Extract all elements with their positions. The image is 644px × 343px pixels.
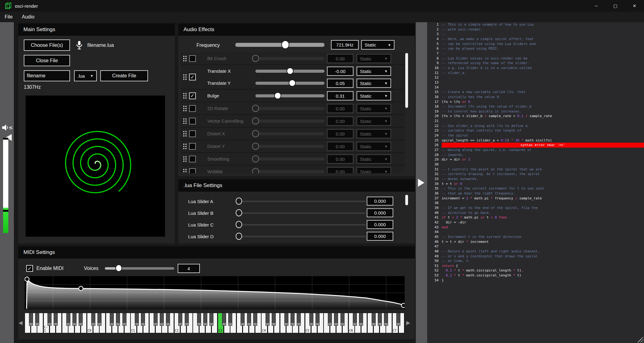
effect-slider-thumb[interactable] bbox=[252, 155, 259, 162]
black-key[interactable] bbox=[378, 313, 382, 326]
effect-enable-checkbox[interactable]: ✓ bbox=[189, 74, 196, 80]
black-key[interactable] bbox=[122, 313, 126, 326]
effect-mode-dropdown[interactable]: Static▼ bbox=[357, 116, 391, 126]
black-key[interactable] bbox=[110, 313, 114, 326]
microphone-icon[interactable] bbox=[76, 41, 82, 50]
lua-slider-thumb[interactable] bbox=[236, 198, 242, 205]
effect-slider-thumb[interactable] bbox=[252, 168, 259, 173]
black-key[interactable] bbox=[47, 313, 52, 326]
effect-enable-checkbox[interactable] bbox=[189, 143, 196, 150]
effect-mode-dropdown[interactable]: Static▼ bbox=[357, 67, 391, 76]
black-key[interactable] bbox=[97, 313, 101, 326]
drag-handle-icon[interactable] bbox=[183, 118, 187, 124]
lua-slider-value[interactable]: 0.000 bbox=[367, 220, 393, 229]
black-key[interactable] bbox=[309, 313, 313, 326]
drag-handle-icon[interactable] bbox=[183, 156, 187, 162]
play-button[interactable] bbox=[418, 179, 424, 187]
effect-mode-dropdown[interactable]: Static▼ bbox=[357, 104, 391, 113]
effect-slider-thumb[interactable] bbox=[252, 130, 259, 137]
extension-dropdown[interactable]: .lua ▼ bbox=[74, 70, 97, 81]
effect-mode-dropdown[interactable]: Static▼ bbox=[357, 79, 391, 88]
effect-slider-thumb[interactable] bbox=[252, 105, 259, 112]
drag-handle-icon[interactable] bbox=[183, 56, 187, 61]
effect-slider-thumb[interactable] bbox=[289, 80, 296, 87]
black-key[interactable] bbox=[247, 313, 251, 326]
filename-input[interactable]: filename bbox=[24, 70, 70, 81]
black-key[interactable] bbox=[203, 313, 207, 326]
effect-slider-track[interactable] bbox=[255, 94, 324, 97]
black-key[interactable] bbox=[284, 313, 288, 326]
effect-mode-dropdown[interactable]: Static▼ bbox=[357, 142, 391, 151]
lua-slider-track[interactable] bbox=[240, 201, 366, 202]
black-key[interactable] bbox=[266, 313, 270, 326]
effect-slider-track[interactable] bbox=[255, 57, 324, 60]
frequency-slider-thumb[interactable] bbox=[281, 40, 289, 49]
black-key[interactable] bbox=[272, 313, 276, 326]
lua-slider-thumb[interactable] bbox=[236, 221, 242, 228]
effect-mode-dropdown[interactable]: Static▼ bbox=[357, 167, 391, 173]
menu-audio[interactable]: Audio bbox=[17, 12, 39, 22]
menu-file[interactable]: File bbox=[0, 12, 17, 22]
keyboard-scroll-left[interactable]: ◀ bbox=[19, 320, 23, 326]
minimize-button[interactable]: ─ bbox=[587, 0, 606, 12]
black-key[interactable] bbox=[209, 313, 213, 326]
lua-slider-track[interactable] bbox=[240, 212, 366, 214]
choose-files-button[interactable]: Choose File(s) bbox=[24, 39, 70, 51]
black-key[interactable] bbox=[178, 313, 182, 326]
effect-slider-track[interactable] bbox=[255, 170, 324, 173]
drag-handle-icon[interactable] bbox=[183, 144, 187, 149]
create-file-button[interactable]: Create File bbox=[100, 70, 148, 81]
black-key[interactable] bbox=[154, 313, 158, 326]
effect-value[interactable]: 0.00 bbox=[327, 129, 353, 138]
black-key[interactable] bbox=[166, 313, 170, 326]
effect-enable-checkbox[interactable] bbox=[189, 168, 196, 174]
black-key[interactable] bbox=[160, 313, 164, 326]
effect-value[interactable]: 0.00 bbox=[327, 154, 353, 164]
black-key[interactable] bbox=[384, 313, 388, 326]
black-key[interactable] bbox=[228, 313, 232, 326]
frequency-mode-dropdown[interactable]: Static ▼ bbox=[361, 40, 394, 50]
black-key[interactable] bbox=[353, 313, 357, 326]
black-key[interactable] bbox=[35, 313, 39, 326]
effect-enable-checkbox[interactable] bbox=[189, 105, 196, 112]
black-key[interactable] bbox=[185, 313, 189, 326]
effect-slider-thumb[interactable] bbox=[287, 67, 294, 75]
effect-value[interactable]: 0.00 bbox=[327, 167, 353, 173]
voices-slider-thumb[interactable] bbox=[115, 264, 122, 272]
lua-slider-value[interactable]: 0.000 bbox=[367, 232, 393, 241]
keyboard-scroll-right[interactable]: ▶ bbox=[406, 320, 410, 326]
effect-value[interactable]: -0.00 bbox=[327, 67, 353, 76]
effect-enable-checkbox[interactable] bbox=[189, 55, 196, 62]
lua-scrollbar[interactable] bbox=[405, 195, 408, 205]
lua-slider-value[interactable]: 0.000 bbox=[367, 197, 393, 206]
black-key[interactable] bbox=[79, 313, 83, 326]
frequency-slider-track[interactable] bbox=[235, 43, 324, 47]
effect-enable-checkbox[interactable]: ✓ bbox=[189, 92, 196, 99]
envelope-attack-node[interactable] bbox=[25, 277, 29, 281]
effect-slider-track[interactable] bbox=[255, 145, 324, 148]
black-key[interactable] bbox=[54, 313, 58, 326]
effect-slider-track[interactable] bbox=[255, 157, 324, 161]
effect-mode-dropdown[interactable]: Static▼ bbox=[357, 154, 391, 164]
lua-slider-value[interactable]: 0.000 bbox=[367, 208, 393, 217]
effect-slider-thumb[interactable] bbox=[252, 55, 259, 62]
black-key[interactable] bbox=[334, 313, 338, 326]
drag-handle-icon[interactable] bbox=[183, 106, 187, 111]
black-key[interactable] bbox=[341, 313, 345, 326]
black-key[interactable] bbox=[197, 313, 201, 326]
black-key[interactable] bbox=[91, 313, 95, 326]
effect-enable-checkbox[interactable] bbox=[189, 130, 196, 137]
black-key[interactable] bbox=[328, 313, 332, 326]
adsr-envelope[interactable] bbox=[25, 276, 405, 309]
close-button[interactable]: ✕ bbox=[625, 0, 644, 12]
drag-handle-icon[interactable] bbox=[183, 169, 187, 174]
effect-value[interactable]: 0.00 bbox=[327, 104, 353, 113]
black-key[interactable] bbox=[253, 313, 257, 326]
effect-value[interactable]: 0.05 bbox=[327, 79, 353, 88]
lua-slider-thumb[interactable] bbox=[236, 209, 242, 216]
envelope-release-node[interactable] bbox=[401, 303, 405, 308]
black-key[interactable] bbox=[396, 313, 400, 326]
black-key[interactable] bbox=[316, 313, 320, 326]
black-key[interactable] bbox=[359, 313, 363, 326]
effect-enable-checkbox[interactable] bbox=[189, 118, 196, 125]
